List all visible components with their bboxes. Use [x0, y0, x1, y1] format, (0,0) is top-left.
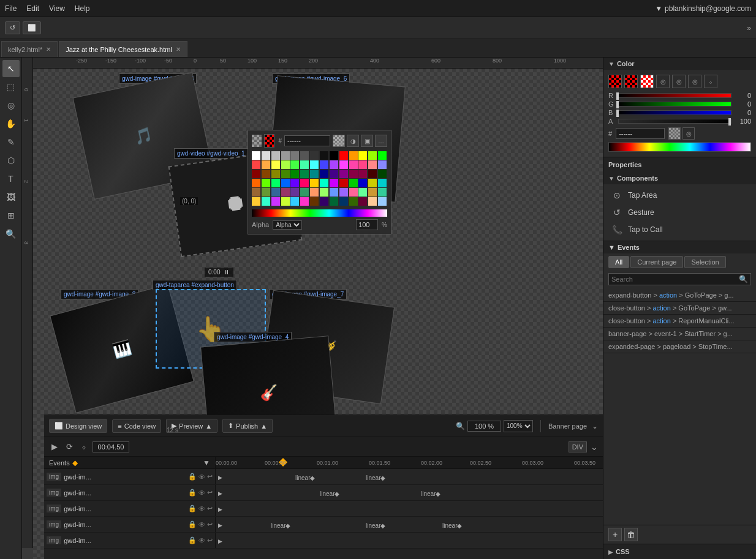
tool-pen[interactable]: ✎: [2, 133, 20, 151]
publish-dropdown-icon[interactable]: ▲: [260, 422, 267, 430]
color-cell[interactable]: [271, 179, 280, 187]
a-slider[interactable]: [618, 119, 731, 124]
color-wheel-icon[interactable]: ◑: [347, 135, 359, 147]
color-cell[interactable]: [300, 179, 309, 187]
eye-icon-3[interactable]: 👁: [198, 521, 205, 528]
color-cell[interactable]: [339, 179, 348, 187]
color-cell[interactable]: [378, 151, 387, 160]
color-cell[interactable]: [378, 188, 387, 197]
hex-input[interactable]: [616, 128, 665, 139]
color-cell[interactable]: [262, 160, 270, 169]
lock-icon-2[interactable]: 🔒: [188, 505, 197, 512]
color-cell[interactable]: [310, 160, 319, 169]
tool-text[interactable]: T: [2, 170, 20, 187]
color-cell[interactable]: [358, 179, 367, 187]
color-cell[interactable]: [378, 160, 387, 169]
events-menu-icon[interactable]: ▼: [203, 459, 210, 467]
color-cell[interactable]: [310, 197, 319, 206]
canvas-ref-expand-button[interactable]: #expand-button: [191, 282, 234, 288]
color-cell[interactable]: [290, 151, 299, 160]
color-cell[interactable]: [368, 160, 377, 169]
color-cell[interactable]: [358, 160, 367, 169]
color-cell[interactable]: [252, 179, 260, 187]
keyframe-button[interactable]: ⬦: [79, 441, 89, 452]
color-cell[interactable]: [281, 151, 290, 160]
color-cell[interactable]: [262, 197, 270, 206]
eyedropper-icon[interactable]: ⬚: [333, 135, 345, 147]
eye-icon-1[interactable]: 👁: [198, 489, 205, 497]
color-cell[interactable]: [310, 188, 319, 197]
color-cell[interactable]: [262, 170, 270, 178]
toolbar-overflow-icon[interactable]: »: [747, 24, 751, 32]
lock-icon-1[interactable]: 🔒: [188, 489, 197, 497]
events-tab-current[interactable]: Current page: [630, 256, 683, 268]
lock-icon-0[interactable]: 🔒: [188, 473, 197, 481]
color-cell[interactable]: [252, 151, 260, 160]
color-cell[interactable]: [378, 170, 387, 178]
components-section-header[interactable]: ▼ Components: [603, 172, 756, 184]
event-item-2[interactable]: close-button > action > ReportManualCli.…: [603, 315, 756, 328]
tab-kelly-close[interactable]: ✕: [46, 46, 51, 53]
collapse-icon[interactable]: ⌄: [592, 422, 598, 430]
play-button[interactable]: ▶: [49, 441, 60, 452]
alpha-value-input[interactable]: [356, 219, 378, 230]
menu-file[interactable]: File: [5, 4, 17, 13]
tool-square[interactable]: ⬚: [2, 78, 20, 96]
color-cell[interactable]: [368, 151, 377, 160]
color-cell[interactable]: [310, 151, 319, 160]
tl-track-3[interactable]: ▶ linear◆ linear◆ linear◆: [216, 517, 603, 532]
component-gesture[interactable]: ↺ Gesture: [603, 204, 756, 221]
color-swatch-red-black[interactable]: [264, 134, 275, 148]
delete-event-button[interactable]: 🗑: [624, 528, 638, 541]
color-cell[interactable]: [349, 179, 358, 187]
preview-dropdown-icon[interactable]: ▲: [205, 422, 212, 430]
color-cell[interactable]: [320, 151, 328, 160]
color-cell[interactable]: [330, 151, 338, 160]
undo-icon-2[interactable]: ↩: [207, 505, 213, 512]
tool-shapes[interactable]: ⬡: [2, 152, 20, 169]
g-slider[interactable]: [618, 102, 731, 107]
zoom-input[interactable]: [467, 421, 501, 432]
color-swatch-7[interactable]: ⬦: [704, 75, 717, 88]
color-gradient-bar[interactable]: [252, 209, 387, 217]
color-cell[interactable]: [281, 179, 290, 187]
color-cell[interactable]: [290, 170, 299, 178]
color-cell[interactable]: [252, 160, 260, 169]
tab-jazz-close[interactable]: ✕: [176, 46, 181, 53]
color-cell[interactable]: [349, 151, 358, 160]
color-swatch-checker[interactable]: [252, 135, 262, 147]
color-cell[interactable]: [368, 170, 377, 178]
menu-view[interactable]: View: [49, 4, 65, 13]
color-swatch-6[interactable]: ◎: [688, 75, 701, 88]
color-cell[interactable]: [290, 160, 299, 169]
r-slider[interactable]: [618, 93, 731, 98]
color-swatch-5[interactable]: ◎: [672, 75, 686, 88]
color-cell[interactable]: [330, 188, 338, 197]
lock-icon-4[interactable]: 🔒: [188, 536, 197, 544]
component-tap-to-call[interactable]: 📞 Tap to Call: [603, 221, 756, 238]
tool-zoom[interactable]: 🔍: [2, 225, 20, 242]
color-cell[interactable]: [358, 170, 367, 178]
eye-icon-4[interactable]: 👁: [198, 537, 205, 544]
tab-jazz[interactable]: Jazz at the Philly Cheesesteak.html ✕: [59, 41, 187, 57]
tl-track-0[interactable]: ▶ linear◆ linear◆: [216, 469, 603, 484]
color-cell[interactable]: [252, 170, 260, 178]
lock-icon-3[interactable]: 🔒: [188, 520, 197, 528]
color-cell[interactable]: [271, 197, 280, 206]
spectrum-bar[interactable]: [608, 142, 751, 152]
color-cell[interactable]: [358, 197, 367, 206]
color-swatch-2[interactable]: [624, 75, 638, 88]
color-cell[interactable]: [358, 151, 367, 160]
redo-button[interactable]: ⬜: [23, 21, 41, 34]
color-swatch-3[interactable]: [640, 75, 654, 88]
menu-help[interactable]: Help: [75, 4, 90, 13]
color-cell[interactable]: [349, 160, 358, 169]
color-cell[interactable]: [330, 179, 338, 187]
undo-icon-0[interactable]: ↩: [207, 473, 213, 481]
eye-icon-2[interactable]: 👁: [198, 505, 205, 512]
color-cell[interactable]: [281, 188, 290, 197]
zoom-select[interactable]: 100% 75% 50% 125% 150%: [504, 420, 533, 432]
css-section-header[interactable]: ▶ CSS: [603, 544, 756, 559]
undo-icon-3[interactable]: ↩: [207, 520, 213, 528]
tool-hand[interactable]: ✋: [2, 115, 20, 132]
